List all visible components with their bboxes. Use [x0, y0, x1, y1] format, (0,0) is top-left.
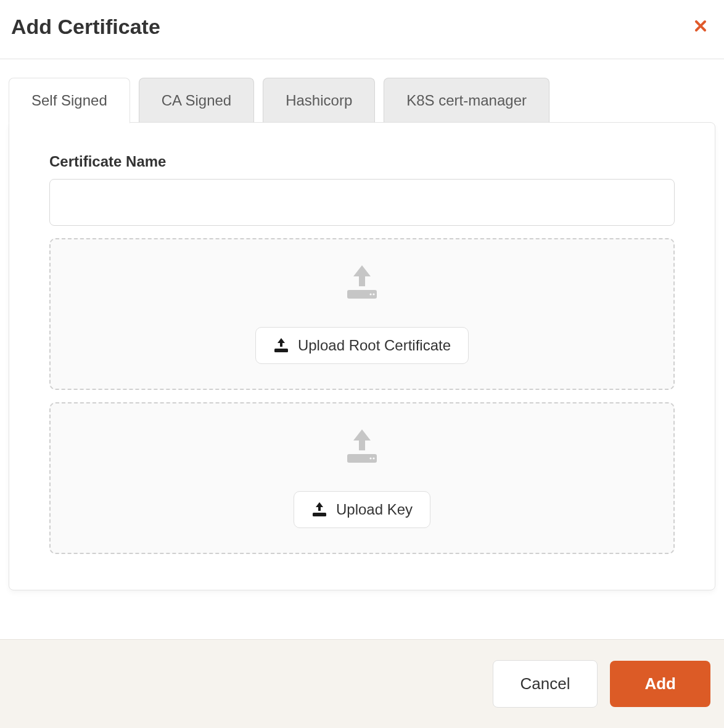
svg-rect-7: [313, 513, 326, 516]
svg-rect-0: [347, 290, 377, 299]
svg-point-1: [369, 293, 371, 295]
modal-header: Add Certificate: [0, 0, 724, 59]
tab-self-signed[interactable]: Self Signed: [9, 78, 130, 123]
close-button[interactable]: [688, 14, 713, 40]
content-area: Self Signed CA Signed Hashicorp K8S cert…: [0, 59, 724, 590]
upload-key-label: Upload Key: [336, 501, 413, 518]
tab-panel: Certificate Name Upload Root Cer: [9, 122, 715, 590]
upload-root-certificate-button[interactable]: Upload Root Certificate: [255, 327, 469, 364]
upload-key-button[interactable]: Upload Key: [294, 491, 430, 528]
svg-rect-3: [274, 349, 288, 352]
tab-hashicorp[interactable]: Hashicorp: [263, 78, 375, 123]
modal-title: Add Certificate: [11, 15, 160, 39]
dropzone-key[interactable]: Upload Key: [49, 402, 675, 554]
svg-rect-4: [347, 454, 377, 463]
upload-icon: [342, 265, 382, 304]
certificate-name-input[interactable]: [49, 179, 675, 226]
svg-point-6: [372, 457, 374, 459]
tab-ca-signed[interactable]: CA Signed: [139, 78, 254, 123]
upload-icon: [342, 429, 382, 468]
add-button[interactable]: Add: [610, 661, 710, 707]
modal-footer: Cancel Add: [0, 639, 724, 728]
upload-root-certificate-label: Upload Root Certificate: [298, 337, 451, 354]
tabs: Self Signed CA Signed Hashicorp K8S cert…: [9, 78, 715, 123]
svg-point-2: [372, 293, 374, 295]
upload-icon: [273, 338, 289, 353]
certificate-name-label: Certificate Name: [49, 153, 675, 170]
close-icon: [691, 16, 710, 38]
tab-k8s-cert-manager[interactable]: K8S cert-manager: [384, 78, 549, 123]
upload-icon: [311, 502, 327, 517]
dropzone-root-certificate[interactable]: Upload Root Certificate: [49, 238, 675, 390]
cancel-button[interactable]: Cancel: [493, 660, 598, 708]
svg-point-5: [369, 457, 371, 459]
